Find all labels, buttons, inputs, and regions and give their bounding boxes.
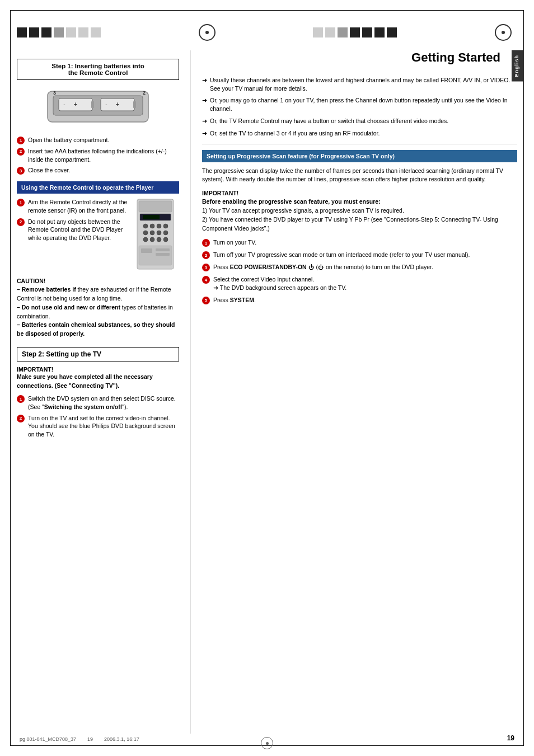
step2-important-bold: Make sure you have completed all the nec…: [17, 373, 179, 391]
arrow-2: ➜: [202, 96, 207, 105]
bar-r3: [338, 27, 348, 37]
footer-filename: pg 001-041_MCD708_37: [20, 736, 76, 742]
footer-circle-dot: [266, 742, 269, 745]
arrow-item-3: ➜ Or, the TV Remote Control may have a b…: [202, 117, 517, 125]
step1-line2: the Remote Control: [21, 69, 175, 76]
bar-6: [78, 27, 88, 37]
svg-rect-30: [156, 248, 170, 251]
caution-text: – Remove batteries if they are exhausted…: [17, 285, 179, 339]
caution-dash1-bold: – Remove batteries if: [17, 286, 76, 293]
bar-2: [29, 27, 39, 37]
step2-header-text: Step 2: Setting up the TV: [22, 350, 101, 358]
section-divider: [202, 144, 517, 144]
step2-important-title: IMPORTANT!: [17, 366, 179, 373]
step2-num-1: 1: [17, 395, 25, 403]
num-3: 3: [17, 167, 25, 175]
bar-1: [17, 27, 27, 37]
right-item-3: 3 Press ECO POWER/STANDBY-ON ⏻ (⏻ on the…: [202, 263, 517, 271]
left-column: Step 1: Inserting batteries into the Rem…: [17, 50, 190, 734]
remote-illustration: + - + - 3 2: [17, 86, 179, 130]
arrow-text-2: Or, you may go to channel 1 on your TV, …: [210, 96, 517, 112]
right-text-4: Select the correct Video Input channel.➜…: [213, 275, 346, 292]
arrow-4: ➜: [202, 129, 207, 138]
using-remote-title: Using the Remote Control to operate the …: [21, 184, 153, 191]
step1-text-1: Open the battery compartment.: [28, 136, 109, 144]
right-num-4: 4: [202, 276, 210, 284]
header-circle-left: [199, 24, 216, 41]
bar-r5: [362, 27, 372, 37]
header-bars-right: [313, 27, 397, 37]
prog-scan-text: The progressive scan display twice the n…: [202, 167, 517, 185]
step2-text-1: Switch the DVD system on and then select…: [28, 395, 179, 411]
svg-rect-13: [139, 201, 172, 212]
footer-circle: [261, 737, 273, 749]
right-item-4: 4 Select the correct Video Input channel…: [202, 275, 517, 292]
remote-svg: + - + - 3 2: [42, 86, 154, 130]
svg-point-17: [150, 224, 154, 228]
page-border-right: [523, 10, 524, 746]
step2-important-strong: Make sure you have completed all the nec…: [17, 373, 153, 389]
svg-point-21: [150, 231, 154, 235]
svg-rect-29: [141, 248, 152, 253]
step2-num-2: 2: [17, 415, 25, 422]
right-text-3: Press ECO POWER/STANDBY-ON ⏻ (⏻ on the r…: [213, 263, 433, 271]
main-content: Step 1: Inserting batteries into the Rem…: [17, 50, 517, 734]
num-2: 2: [17, 148, 25, 156]
svg-point-24: [143, 237, 148, 242]
svg-rect-15: [143, 215, 160, 219]
right-item-2: 2 Turn off your TV progressive scan mode…: [202, 251, 517, 259]
right-item-5: 5 Press SYSTEM.: [202, 296, 517, 304]
svg-rect-7: [133, 101, 136, 108]
remote-item-2: 2 Do not put any objects between the Rem…: [17, 218, 129, 242]
remote-item-1: 1 Aim the Remote Control directly at the…: [17, 198, 129, 214]
player-img-col: [134, 198, 179, 272]
right-text-2: Turn off your TV progressive scan mode o…: [213, 251, 470, 259]
arrow-item-1: ➜ Usually these channels are between the…: [202, 76, 517, 92]
header-circle-right: [495, 24, 512, 41]
circle-dot-right: [502, 31, 505, 34]
bar-7: [91, 27, 101, 37]
arrow-item-2: ➜ Or, you may go to channel 1 on your TV…: [202, 96, 517, 112]
step2-item-2: 2 Turn on the TV and set to the correct …: [17, 414, 179, 439]
step1-line1: Step 1: Inserting batteries into: [21, 63, 175, 69]
page-border-left: [10, 10, 11, 746]
svg-point-23: [163, 231, 168, 235]
header-bars-left: [17, 27, 101, 37]
right-num-2: 2: [202, 251, 210, 259]
svg-point-19: [163, 224, 168, 228]
remote-text-1: Aim the Remote Control directly at the r…: [28, 198, 129, 214]
right-num-3: 3: [202, 264, 210, 271]
svg-rect-3: [91, 101, 94, 108]
right-column: Getting Started ➜ Usually these channels…: [190, 50, 517, 734]
svg-rect-31: [156, 253, 170, 256]
svg-text:-: -: [63, 101, 65, 107]
header-area: [17, 17, 517, 48]
bar-r7: [387, 27, 397, 37]
arrow-text-3: Or, the TV Remote Control may have a but…: [210, 117, 448, 125]
step1-text-2: Insert two AAA batteries following the i…: [28, 147, 179, 163]
svg-text:+: +: [116, 101, 119, 107]
circle-dot: [205, 31, 209, 34]
right-important-title: IMPORTANT!: [202, 190, 517, 196]
step1-list: 1 Open the battery compartment. 2 Insert…: [17, 136, 179, 175]
step1-header: Step 1: Inserting batteries into the Rem…: [17, 59, 179, 80]
prog-scan-title: Setting up Progressive Scan feature (for…: [207, 153, 395, 159]
svg-point-20: [143, 231, 148, 235]
svg-point-18: [157, 224, 161, 228]
bar-5: [66, 27, 76, 37]
caution-title: CAUTION!: [17, 278, 179, 284]
arrow-text-1: Usually these channels are between the l…: [210, 76, 517, 92]
step2-text-2: Turn on the TV and set to the correct vi…: [28, 414, 179, 439]
remote-num-2: 2: [17, 218, 25, 226]
page-border-top: [10, 10, 524, 11]
right-num-5: 5: [202, 297, 210, 304]
bar-r1: [313, 27, 323, 37]
player-text: 1 Aim the Remote Control directly at the…: [17, 198, 129, 272]
svg-text:+: +: [74, 101, 77, 107]
right-item-1: 1 Turn on your TV.: [202, 238, 517, 247]
right-num-1: 1: [202, 239, 210, 247]
svg-point-25: [150, 237, 154, 242]
using-remote-box: Using the Remote Control to operate the …: [17, 181, 179, 194]
svg-point-16: [143, 224, 148, 228]
step1-item-3: 3 Close the cover.: [17, 166, 179, 175]
